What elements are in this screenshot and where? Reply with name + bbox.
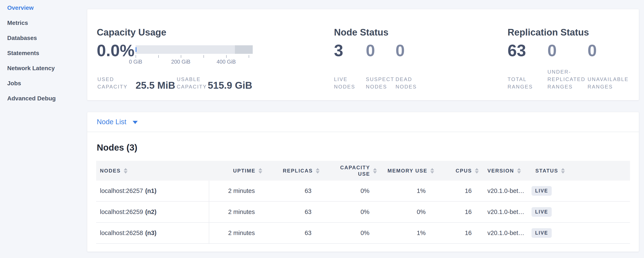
column-header-nodes[interactable]: NODES bbox=[96, 168, 209, 174]
status-badge: LIVE bbox=[532, 186, 552, 196]
version-cell: v20.1.0-bet… bbox=[479, 181, 532, 201]
node-address[interactable]: localhost:26258(n3) bbox=[96, 223, 209, 243]
axis-label-0: 0 GiB bbox=[118, 59, 152, 65]
sort-icon bbox=[475, 168, 479, 174]
capacity-use-cell: 0% bbox=[320, 181, 377, 201]
usable-capacity-value: 515.9 GiB bbox=[208, 80, 252, 91]
sidebar-item-jobs[interactable]: Jobs bbox=[0, 76, 87, 91]
column-header-capacity-use[interactable]: CAPACITY USE bbox=[320, 164, 377, 177]
status-badge: LIVE bbox=[532, 228, 552, 238]
column-header-uptime[interactable]: UPTIME bbox=[209, 168, 262, 174]
replicas-cell: 63 bbox=[262, 223, 320, 243]
node-address[interactable]: localhost:26257(n1) bbox=[96, 181, 209, 201]
capacity-bar-reserved-segment bbox=[235, 45, 253, 54]
unavailable-ranges-count: 0 bbox=[588, 41, 597, 60]
uptime-cell: 2 minutes bbox=[209, 223, 262, 243]
table-row[interactable]: localhost:26257(n1) 2 minutes 63 0% 1% 1… bbox=[96, 181, 630, 202]
sidebar: Overview Metrics Databases Statements Ne… bbox=[0, 0, 87, 106]
cpus-cell: 16 bbox=[434, 181, 479, 201]
used-capacity-label: USED CAPACITY bbox=[98, 75, 128, 90]
suspect-nodes-label: SUSPECT NODES bbox=[366, 75, 394, 90]
sort-icon bbox=[430, 168, 434, 174]
cpus-cell: 16 bbox=[434, 223, 479, 243]
live-nodes-label: LIVE NODES bbox=[334, 75, 355, 90]
uptime-cell: 2 minutes bbox=[209, 202, 262, 222]
status-cell: LIVE bbox=[532, 181, 630, 201]
under-replicated-ranges-count: 0 bbox=[548, 41, 556, 60]
replicas-cell: 63 bbox=[262, 202, 320, 222]
total-ranges-count: 63 bbox=[508, 41, 526, 60]
nodes-table: NODES UPTIME REPLICAS CAPACITY USE MEMOR… bbox=[96, 161, 630, 244]
status-cell: LIVE bbox=[532, 202, 630, 222]
dead-nodes-label: DEAD NODES bbox=[396, 75, 417, 90]
live-nodes-count: 3 bbox=[334, 41, 343, 60]
under-replicated-ranges-label: UNDER- REPLICATED RANGES bbox=[548, 68, 586, 90]
node-status-title: Node Status bbox=[334, 27, 388, 38]
column-header-memory-use[interactable]: MEMORY USE bbox=[377, 168, 434, 174]
capacity-usage-title: Capacity Usage bbox=[97, 27, 166, 38]
sort-icon bbox=[124, 168, 128, 174]
memory-use-cell: 1% bbox=[377, 181, 434, 201]
cluster-summary-card: Capacity Usage 0.0% 0 GiB 200 GiB 400 Gi… bbox=[87, 9, 639, 100]
table-row[interactable]: localhost:26258(n3) 2 minutes 63 0% 1% 1… bbox=[96, 223, 630, 244]
axis-label-200: 200 GiB bbox=[164, 59, 198, 65]
sidebar-item-databases[interactable]: Databases bbox=[0, 30, 87, 46]
replication-status-title: Replication Status bbox=[508, 27, 589, 38]
node-list-dropdown-label: Node List bbox=[97, 118, 126, 126]
sort-icon bbox=[316, 168, 320, 174]
cpus-cell: 16 bbox=[434, 202, 479, 222]
node-list-view-bar: Node List bbox=[87, 112, 639, 132]
sidebar-item-advanced-debug[interactable]: Advanced Debug bbox=[0, 91, 87, 106]
sidebar-item-network-latency[interactable]: Network Latency bbox=[0, 61, 87, 76]
replicas-cell: 63 bbox=[262, 181, 320, 201]
table-row[interactable]: localhost:26259(n2) 2 minutes 63 0% 0% 1… bbox=[96, 202, 630, 223]
status-cell: LIVE bbox=[532, 223, 630, 243]
node-address[interactable]: localhost:26259(n2) bbox=[96, 202, 209, 222]
caret-down-icon bbox=[132, 121, 138, 124]
sort-icon bbox=[258, 168, 262, 174]
column-header-cpus[interactable]: CPUS bbox=[434, 168, 479, 174]
sidebar-item-overview[interactable]: Overview bbox=[0, 0, 87, 15]
node-list-card: Node List Nodes (3) NODES UPTIME REPLICA… bbox=[87, 112, 639, 252]
capacity-axis-ticks bbox=[136, 55, 253, 58]
version-cell: v20.1.0-bet… bbox=[479, 202, 532, 222]
column-header-status[interactable]: STATUS bbox=[532, 168, 630, 174]
axis-label-400: 400 GiB bbox=[209, 59, 243, 65]
unavailable-ranges-label: UNAVAILABLE RANGES bbox=[588, 75, 629, 90]
memory-use-cell: 0% bbox=[377, 202, 434, 222]
sort-icon bbox=[517, 168, 521, 174]
nodes-count-heading: Nodes (3) bbox=[97, 142, 639, 153]
version-cell: v20.1.0-bet… bbox=[479, 223, 532, 243]
uptime-cell: 2 minutes bbox=[209, 181, 262, 201]
status-badge: LIVE bbox=[532, 207, 552, 217]
used-capacity-marker bbox=[136, 47, 136, 52]
nodes-table-header: NODES UPTIME REPLICAS CAPACITY USE MEMOR… bbox=[96, 161, 630, 181]
sort-icon bbox=[373, 168, 377, 174]
sort-icon bbox=[561, 168, 565, 174]
sidebar-item-statements[interactable]: Statements bbox=[0, 46, 87, 61]
capacity-used-percent: 0.0% bbox=[97, 41, 134, 60]
capacity-use-cell: 0% bbox=[320, 202, 377, 222]
suspect-nodes-count: 0 bbox=[366, 41, 375, 60]
dead-nodes-count: 0 bbox=[396, 41, 405, 60]
column-header-version[interactable]: VERSION bbox=[479, 168, 532, 174]
column-header-replicas[interactable]: REPLICAS bbox=[262, 168, 320, 174]
memory-use-cell: 1% bbox=[377, 223, 434, 243]
used-capacity-value: 25.5 MiB bbox=[136, 80, 175, 91]
capacity-usage-bar bbox=[136, 45, 253, 54]
main-content: Capacity Usage 0.0% 0 GiB 200 GiB 400 Gi… bbox=[87, 0, 639, 258]
capacity-use-cell: 0% bbox=[320, 223, 377, 243]
total-ranges-label: TOTAL RANGES bbox=[508, 75, 533, 90]
node-list-dropdown[interactable]: Node List bbox=[97, 118, 138, 126]
usable-capacity-label: USABLE CAPACITY bbox=[177, 75, 207, 90]
sidebar-item-metrics[interactable]: Metrics bbox=[0, 15, 87, 30]
